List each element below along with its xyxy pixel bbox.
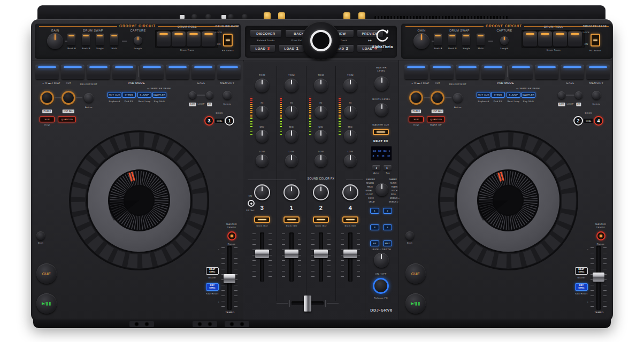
key-sync-button[interactable]: KEY SYNC	[575, 283, 588, 291]
cue-button[interactable]: CUE	[36, 263, 57, 284]
multi-button[interactable]	[110, 34, 118, 45]
drum-roll-pad-1[interactable]	[157, 32, 171, 46]
call-back-knob[interactable]	[558, 91, 565, 99]
capture-length-knob[interactable]	[134, 36, 142, 45]
sampler-button[interactable]: SAMPLER	[522, 92, 535, 98]
trim-knob-ch3[interactable]	[314, 79, 328, 92]
headphone-jack-group[interactable]	[193, 321, 217, 327]
mic-jack-group[interactable]	[225, 321, 249, 327]
performance-pad-1[interactable]	[35, 65, 59, 79]
multi-button[interactable]	[477, 34, 485, 45]
single-button[interactable]	[96, 34, 104, 45]
jog-wheel[interactable]	[68, 130, 210, 271]
channel-fader-handle-ch4[interactable]	[343, 250, 357, 258]
headphone-jack-group[interactable]	[129, 321, 154, 327]
performance-pad-2[interactable]	[61, 65, 85, 79]
color-fx-knob-ch4[interactable]	[342, 184, 358, 200]
master-tempo-button[interactable]	[227, 231, 236, 240]
performance-pad-6[interactable]	[166, 65, 189, 79]
beat-sync-button[interactable]: BEAT SYNC	[575, 267, 588, 275]
channel-fader-handle-ch3[interactable]	[314, 250, 328, 258]
drum-roll-pad-2[interactable]	[172, 32, 186, 46]
performance-pad-1[interactable]	[404, 65, 428, 79]
stem-iso-button-ch1[interactable]	[254, 216, 270, 223]
play-pause-button[interactable]: ▶/❚❚	[405, 293, 426, 314]
reloop-exit-knob[interactable]	[84, 93, 94, 103]
browse-encoder[interactable]	[302, 21, 340, 60]
loop-out-knob[interactable]	[62, 91, 75, 105]
deck-1-button[interactable]: 1	[225, 116, 234, 126]
beat-prev-button[interactable]: ◄	[372, 165, 380, 170]
performance-pad-8[interactable]	[586, 65, 610, 79]
fx-assign-sp-button[interactable]: SP	[370, 240, 379, 246]
hi-knob-ch1[interactable]	[256, 106, 269, 119]
deck-2-button[interactable]: 2	[573, 116, 583, 126]
deck-3-button[interactable]: 3	[204, 116, 214, 126]
channel-fader-handle-ch1[interactable]	[255, 250, 269, 258]
mid-knob-ch2[interactable]	[285, 130, 298, 143]
rear-port[interactable]	[180, 15, 185, 19]
stems-button[interactable]: STEMS	[122, 92, 136, 98]
level-depth-knob[interactable]	[374, 253, 389, 268]
performance-pad-7[interactable]	[191, 65, 215, 79]
bank-a-button[interactable]	[67, 34, 75, 45]
low-knob-ch1[interactable]	[256, 154, 269, 167]
rca-jack[interactable]	[264, 12, 271, 20]
hi-knob-ch3[interactable]	[315, 106, 327, 119]
load-1-button[interactable]: LOAD1	[279, 45, 304, 52]
low-knob-ch2[interactable]	[285, 154, 298, 167]
fx-on-off-button[interactable]	[373, 278, 389, 294]
trim-knob-ch1[interactable]	[255, 79, 269, 92]
sampler-button[interactable]: SAMPLER	[152, 92, 166, 98]
play-pause-button[interactable]: ▶/❚❚	[36, 293, 57, 314]
bank-b-button[interactable]	[82, 34, 90, 45]
low-knob-ch3[interactable]	[315, 154, 327, 167]
bank-b-button[interactable]	[448, 34, 456, 45]
beat-next-button[interactable]: ►	[384, 165, 392, 170]
key-sync-button[interactable]: KEY SYNC	[206, 283, 219, 291]
fx-assign-3-button[interactable]: 3	[370, 224, 379, 230]
gain-knob[interactable]	[413, 33, 430, 49]
call-forward-knob[interactable]	[575, 91, 582, 99]
rca-jack[interactable]	[278, 12, 285, 20]
slip-button[interactable]: SLIP	[409, 116, 424, 122]
performance-pad-5[interactable]	[140, 65, 164, 79]
color-fx-knob-ch1[interactable]	[254, 184, 270, 200]
drum-release-switch[interactable]	[591, 34, 600, 46]
performance-pad-4[interactable]	[112, 65, 136, 79]
loop-in-knob[interactable]	[40, 91, 54, 105]
performance-pad-2[interactable]	[430, 65, 454, 79]
mid-knob-ch4[interactable]	[344, 130, 357, 143]
hot-cue-button[interactable]: HOT CUE	[477, 92, 490, 98]
crossfader-handle[interactable]	[304, 296, 311, 312]
stem-iso-button-ch4[interactable]	[342, 216, 358, 223]
beat-jump-button[interactable]: B.JUMP	[507, 92, 520, 98]
fx-assign-mst-button[interactable]: MST	[383, 240, 392, 246]
hi-knob-ch4[interactable]	[344, 106, 357, 119]
rca-jack[interactable]	[358, 12, 365, 20]
shift-button[interactable]	[36, 231, 45, 240]
fx-assign-1-button[interactable]: 1	[370, 208, 379, 214]
mid-knob-ch3[interactable]	[315, 130, 327, 143]
performance-pad-4[interactable]	[481, 65, 505, 79]
tempo-fader-handle[interactable]	[224, 274, 235, 283]
stem-iso-button-ch3[interactable]	[313, 216, 329, 223]
single-button[interactable]	[462, 34, 470, 45]
fx-assign-2-button[interactable]: 2	[383, 208, 392, 214]
channel-fader-handle-ch2[interactable]	[285, 250, 298, 258]
performance-pad-6[interactable]	[535, 65, 558, 79]
booth-level-knob[interactable]	[375, 103, 388, 116]
loop-out-knob[interactable]	[431, 91, 444, 105]
color-fx-knob-ch3[interactable]	[313, 184, 329, 200]
beat-jump-button[interactable]: B.JUMP	[137, 92, 151, 98]
performance-pad-3[interactable]	[87, 65, 110, 79]
deck-4-button[interactable]: 4	[594, 116, 603, 126]
rca-jack[interactable]	[343, 12, 350, 20]
drum-roll-pad-4[interactable]	[568, 32, 582, 46]
gain-knob[interactable]	[47, 33, 63, 49]
drum-roll-pad-1[interactable]	[523, 32, 537, 46]
slip-button[interactable]: SLIP	[40, 116, 55, 122]
trim-knob-ch2[interactable]	[285, 79, 298, 92]
reloop-exit-knob[interactable]	[453, 93, 463, 103]
performance-pad-8[interactable]	[217, 65, 241, 79]
